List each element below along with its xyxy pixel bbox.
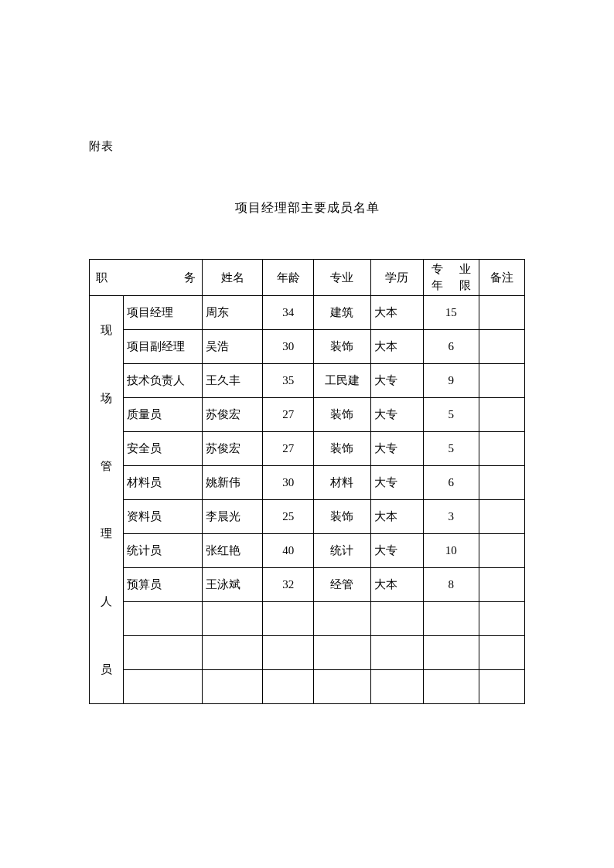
group-char: 人 [101,585,112,618]
cell-name: 李晨光 [203,500,263,534]
header-years-2b: 限 [459,277,471,294]
cell-major [313,670,370,704]
group-label-cell: 现 场 管 理 人 员 [90,296,124,704]
cell-position: 资料员 [124,500,203,534]
cell-age: 25 [263,500,314,534]
cell-name: 张红艳 [203,534,263,568]
table-row: 项目副经理 吴浩 30 装饰 大本 6 [90,330,525,364]
cell-major [313,636,370,670]
cell-major: 装饰 [313,330,370,364]
cell-name [203,602,263,636]
cell-note [479,500,524,534]
table-row: 资料员 李晨光 25 装饰 大本 3 [90,500,525,534]
cell-education [371,602,424,636]
group-char: 现 [101,314,112,346]
cell-education: 大专 [371,534,424,568]
members-table: 职务 姓名 年龄 专业 学历 专 业 年 限 备注 现 场 管 理 人 员 [89,259,525,704]
cell-years: 3 [423,500,479,534]
table-header-row: 职务 姓名 年龄 专业 学历 专 业 年 限 备注 [90,260,525,296]
cell-age: 34 [263,296,314,330]
cell-name [203,670,263,704]
header-position: 职务 [90,260,203,296]
cell-major: 统计 [313,534,370,568]
page-title: 项目经理部主要成员名单 [89,200,525,216]
table-row: 质量员 苏俊宏 27 装饰 大专 5 [90,398,525,432]
table-row: 安全员 苏俊宏 27 装饰 大专 5 [90,432,525,466]
cell-major: 材料 [313,466,370,500]
cell-age [263,636,314,670]
header-name: 姓名 [203,260,263,296]
header-age: 年龄 [263,260,314,296]
cell-name: 苏俊宏 [203,398,263,432]
cell-name: 王久丰 [203,364,263,398]
cell-position [124,636,203,670]
cell-years: 8 [423,568,479,602]
table-row [90,602,525,636]
cell-education: 大本 [371,296,424,330]
cell-note [479,534,524,568]
cell-position: 质量员 [124,398,203,432]
cell-education: 大专 [371,364,424,398]
cell-years [423,670,479,704]
cell-note [479,330,524,364]
header-position-text: 职务 [96,271,196,284]
cell-age: 30 [263,330,314,364]
cell-years: 6 [423,466,479,500]
cell-position [124,602,203,636]
cell-age: 32 [263,568,314,602]
table-row [90,670,525,704]
cell-years: 10 [423,534,479,568]
cell-note [479,466,524,500]
cell-position: 技术负责人 [124,364,203,398]
cell-major: 工民建 [313,364,370,398]
cell-years [423,602,479,636]
cell-position: 统计员 [124,534,203,568]
cell-name: 苏俊宏 [203,432,263,466]
group-char: 场 [101,382,112,414]
cell-position: 项目副经理 [124,330,203,364]
table-row: 技术负责人 王久丰 35 工民建 大专 9 [90,364,525,398]
cell-note [479,432,524,466]
cell-position [124,670,203,704]
table-row [90,636,525,670]
cell-position: 安全员 [124,432,203,466]
cell-note [479,602,524,636]
header-education: 学历 [371,260,424,296]
cell-education: 大专 [371,432,424,466]
cell-education: 大专 [371,398,424,432]
cell-education [371,636,424,670]
cell-years: 6 [423,330,479,364]
cell-major [313,602,370,636]
cell-years: 5 [423,432,479,466]
header-years: 专 业 年 限 [423,260,479,296]
cell-education: 大本 [371,568,424,602]
cell-years: 5 [423,398,479,432]
cell-major: 建筑 [313,296,370,330]
group-char: 员 [101,653,112,686]
table-row: 材料员 姚新伟 30 材料 大专 6 [90,466,525,500]
header-years-2a: 年 [432,277,443,294]
cell-major: 装饰 [313,398,370,432]
cell-name [203,636,263,670]
header-years-1a: 专 [432,261,443,277]
cell-name: 吴浩 [203,330,263,364]
cell-note [479,670,524,704]
cell-age: 40 [263,534,314,568]
cell-years: 9 [423,364,479,398]
table-row: 预算员 王泳斌 32 经管 大本 8 [90,568,525,602]
cell-education: 大本 [371,500,424,534]
cell-major: 装饰 [313,432,370,466]
cell-education [371,670,424,704]
cell-note [479,568,524,602]
cell-name: 王泳斌 [203,568,263,602]
cell-education: 大本 [371,330,424,364]
cell-note [479,296,524,330]
cell-age [263,670,314,704]
cell-major: 装饰 [313,500,370,534]
cell-position: 项目经理 [124,296,203,330]
cell-age [263,602,314,636]
cell-years: 15 [423,296,479,330]
cell-years [423,636,479,670]
header-note: 备注 [479,260,524,296]
annex-label: 附表 [89,139,525,154]
